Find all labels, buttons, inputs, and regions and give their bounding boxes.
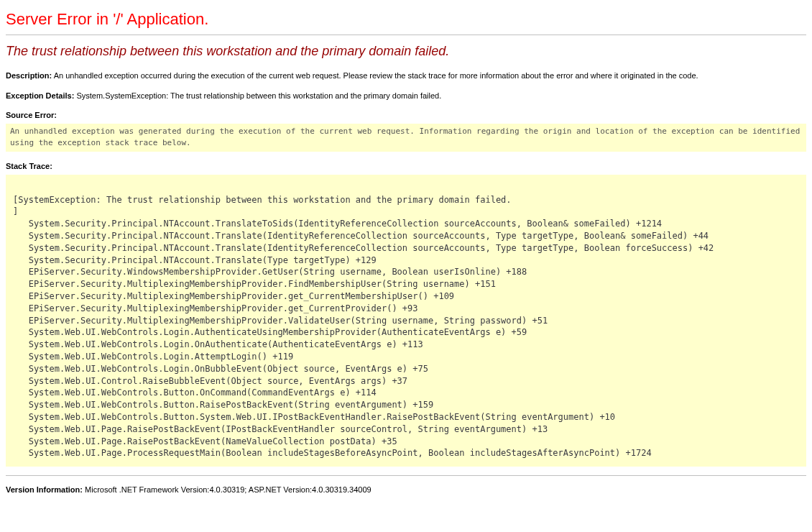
divider-bottom [6, 475, 806, 476]
version-info-label: Version Information: [6, 485, 83, 494]
version-info-text: Microsoft .NET Framework Version:4.0.303… [83, 485, 372, 494]
source-error-box: An unhandled exception was generated dur… [6, 124, 806, 152]
version-info-line: Version Information: Microsoft .NET Fram… [6, 485, 806, 496]
source-error-label: Source Error: [6, 111, 806, 119]
stack-trace-label: Stack Trace: [6, 162, 806, 170]
exception-details-text: System.SystemException: The trust relati… [74, 91, 441, 100]
description-text: An unhandled exception occurred during t… [52, 71, 698, 80]
exception-details-label: Exception Details: [6, 91, 74, 100]
stack-trace-box: [SystemException: The trust relationship… [6, 175, 806, 467]
description-line: Description: An unhandled exception occu… [6, 70, 806, 82]
exception-details-line: Exception Details: System.SystemExceptio… [6, 91, 806, 102]
description-label: Description: [6, 71, 52, 80]
divider [6, 35, 806, 35]
page-title: Server Error in '/' Application. [6, 10, 806, 29]
error-subtitle: The trust relationship between this work… [6, 44, 806, 59]
